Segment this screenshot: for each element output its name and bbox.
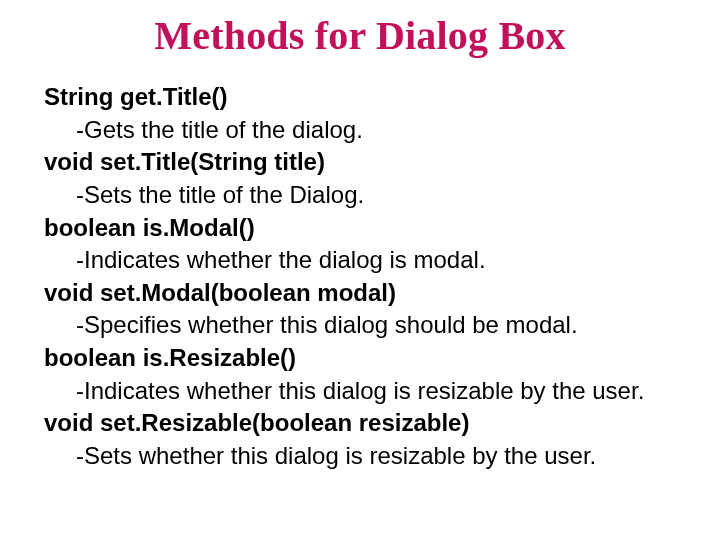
method-signature: void set.Modal(boolean modal) [44,277,676,310]
method-signature: void set.Resizable(boolean resizable) [44,407,676,440]
method-description: -Specifies whether this dialog should be… [44,309,676,342]
method-description: -Sets whether this dialog is resizable b… [44,440,676,473]
method-signature: void set.Title(String title) [44,146,676,179]
slide: Methods for Dialog Box String get.Title(… [0,0,720,493]
method-description: -Sets the title of the Dialog. [44,179,676,212]
slide-title: Methods for Dialog Box [44,12,676,59]
method-signature: boolean is.Resizable() [44,342,676,375]
method-description: -Indicates whether this dialog is resiza… [44,375,676,408]
method-description: -Gets the title of the dialog. [44,114,676,147]
method-description: -Indicates whether the dialog is modal. [44,244,676,277]
method-signature: String get.Title() [44,81,676,114]
method-signature: boolean is.Modal() [44,212,676,245]
methods-list: String get.Title() -Gets the title of th… [44,81,676,473]
